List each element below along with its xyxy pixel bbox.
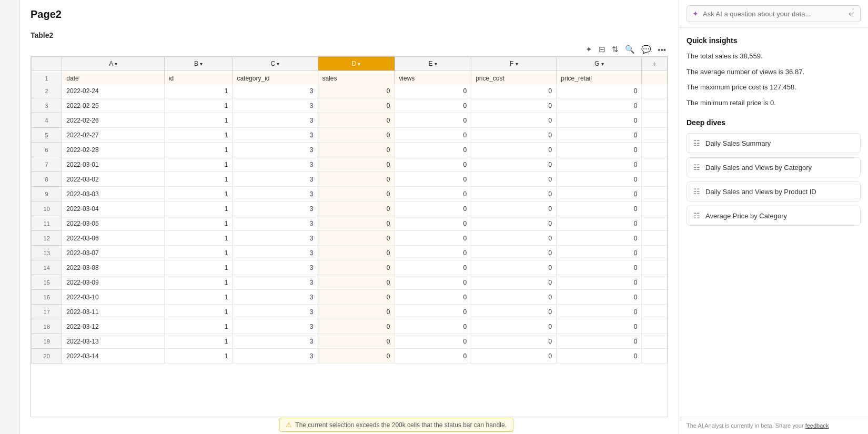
cell-date[interactable]: 2022-03-05 <box>62 216 164 231</box>
cell-category-id[interactable]: 3 <box>233 290 318 305</box>
cell-views[interactable]: 0 <box>395 246 471 260</box>
cell-category-id[interactable]: 3 <box>233 157 318 172</box>
add-col-button[interactable]: + <box>642 57 668 70</box>
cell-sales[interactable]: 0 <box>318 334 395 349</box>
cell-price-retail[interactable]: 0 <box>557 305 642 319</box>
cell-price-retail[interactable]: 0 <box>557 275 642 290</box>
cell-id[interactable]: 1 <box>164 231 233 246</box>
cell-price-retail[interactable]: 0 <box>557 84 642 98</box>
cell-price-cost[interactable]: 0 <box>471 84 557 98</box>
cell-sales[interactable]: 0 <box>318 172 395 187</box>
cell-price-cost[interactable]: 0 <box>471 201 557 216</box>
cell-price-cost[interactable]: 0 <box>471 305 557 319</box>
cell-views[interactable]: 0 <box>395 216 471 231</box>
cell-sales[interactable]: 0 <box>318 305 395 319</box>
cell-price-cost[interactable]: 0 <box>471 260 557 275</box>
cell-date[interactable]: 2022-03-14 <box>62 349 164 364</box>
cell-date[interactable]: 2022-03-02 <box>62 172 164 187</box>
col-f-header[interactable]: F ▾ <box>471 57 557 70</box>
cell-views[interactable]: 0 <box>395 260 471 275</box>
cell-id[interactable]: 1 <box>164 246 233 260</box>
cell-price-retail[interactable]: 0 <box>557 231 642 246</box>
cell-views[interactable]: 0 <box>395 128 471 143</box>
cell-price-retail[interactable]: 0 <box>557 187 642 201</box>
cell-category-id[interactable]: 3 <box>233 305 318 319</box>
cell-sales[interactable]: 0 <box>318 187 395 201</box>
cell-price-cost[interactable]: 0 <box>471 172 557 187</box>
cell-views[interactable]: 0 <box>395 113 471 128</box>
cell-category-id[interactable]: 3 <box>233 172 318 187</box>
cell-price-retail[interactable]: 0 <box>557 246 642 260</box>
deep-dive-item-2[interactable]: ☷Daily Sales and Views by Product ID <box>687 181 861 201</box>
cell-price-retail[interactable]: 0 <box>557 349 642 364</box>
cell-date[interactable]: 2022-02-25 <box>62 98 164 113</box>
cell-category-id[interactable]: 3 <box>233 275 318 290</box>
cell-sales[interactable]: 0 <box>318 290 395 305</box>
cell-views[interactable]: 0 <box>395 334 471 349</box>
cell-views[interactable]: 0 <box>395 157 471 172</box>
cell-date[interactable]: 2022-03-06 <box>62 231 164 246</box>
cell-date[interactable]: 2022-03-08 <box>62 260 164 275</box>
cell-category-id[interactable]: 3 <box>233 246 318 260</box>
col-e-header[interactable]: E ▾ <box>395 57 471 70</box>
cell-category-id[interactable]: 3 <box>233 216 318 231</box>
cell-date[interactable]: 2022-03-01 <box>62 157 164 172</box>
cell-price-retail[interactable]: 0 <box>557 260 642 275</box>
cell-date[interactable]: 2022-03-10 <box>62 290 164 305</box>
cell-price-retail[interactable]: 0 <box>557 201 642 216</box>
cell-date[interactable]: 2022-03-03 <box>62 187 164 201</box>
cell-id[interactable]: 1 <box>164 187 233 201</box>
sort-icon[interactable]: ⇅ <box>612 45 619 54</box>
cell-views[interactable]: 0 <box>395 98 471 113</box>
comment-icon[interactable]: 💬 <box>641 45 651 54</box>
cell-price-cost[interactable]: 0 <box>471 128 557 143</box>
cell-sales[interactable]: 0 <box>318 260 395 275</box>
cell-sales[interactable]: 0 <box>318 98 395 113</box>
cell-id[interactable]: 1 <box>164 319 233 334</box>
cell-price-cost[interactable]: 0 <box>471 290 557 305</box>
cell-price-retail[interactable]: 0 <box>557 98 642 113</box>
ai-input-box[interactable]: ✦ ↵ <box>687 5 861 22</box>
cell-category-id[interactable]: 3 <box>233 84 318 98</box>
deep-dive-item-1[interactable]: ☷Daily Sales and Views by Category <box>687 157 861 177</box>
cell-date[interactable]: 2022-03-04 <box>62 201 164 216</box>
cell-price-cost[interactable]: 0 <box>471 246 557 260</box>
cell-category-id[interactable]: 3 <box>233 143 318 157</box>
cell-id[interactable]: 1 <box>164 334 233 349</box>
cell-price-cost[interactable]: 0 <box>471 98 557 113</box>
ai-send-icon[interactable]: ↵ <box>849 9 855 18</box>
cell-id[interactable]: 1 <box>164 172 233 187</box>
cell-date[interactable]: 2022-03-13 <box>62 334 164 349</box>
filter-icon[interactable]: ⊟ <box>599 45 605 54</box>
cell-id[interactable]: 1 <box>164 84 233 98</box>
cell-id[interactable]: 1 <box>164 113 233 128</box>
search-icon[interactable]: 🔍 <box>625 45 635 54</box>
cell-sales[interactable]: 0 <box>318 128 395 143</box>
cell-price-retail[interactable]: 0 <box>557 128 642 143</box>
col-d-header[interactable]: D ▾ <box>318 57 395 70</box>
cell-sales[interactable]: 0 <box>318 275 395 290</box>
sparkle-icon[interactable]: ✦ <box>586 45 592 54</box>
cell-price-cost[interactable]: 0 <box>471 231 557 246</box>
cell-sales[interactable]: 0 <box>318 246 395 260</box>
cell-views[interactable]: 0 <box>395 84 471 98</box>
cell-sales[interactable]: 0 <box>318 113 395 128</box>
cell-price-cost[interactable]: 0 <box>471 275 557 290</box>
cell-date[interactable]: 2022-02-27 <box>62 128 164 143</box>
cell-sales[interactable]: 0 <box>318 349 395 364</box>
col-c-header[interactable]: C ▾ <box>233 57 318 70</box>
cell-id[interactable]: 1 <box>164 290 233 305</box>
cell-id[interactable]: 1 <box>164 143 233 157</box>
cell-date[interactable]: 2022-03-12 <box>62 319 164 334</box>
cell-price-retail[interactable]: 0 <box>557 172 642 187</box>
cell-views[interactable]: 0 <box>395 143 471 157</box>
cell-price-retail[interactable]: 0 <box>557 319 642 334</box>
col-b-header[interactable]: B ▾ <box>164 57 233 70</box>
cell-views[interactable]: 0 <box>395 305 471 319</box>
cell-price-retail[interactable]: 0 <box>557 143 642 157</box>
cell-category-id[interactable]: 3 <box>233 349 318 364</box>
cell-category-id[interactable]: 3 <box>233 231 318 246</box>
cell-date[interactable]: 2022-03-07 <box>62 246 164 260</box>
feedback-link[interactable]: feedback <box>805 422 829 429</box>
cell-sales[interactable]: 0 <box>318 231 395 246</box>
